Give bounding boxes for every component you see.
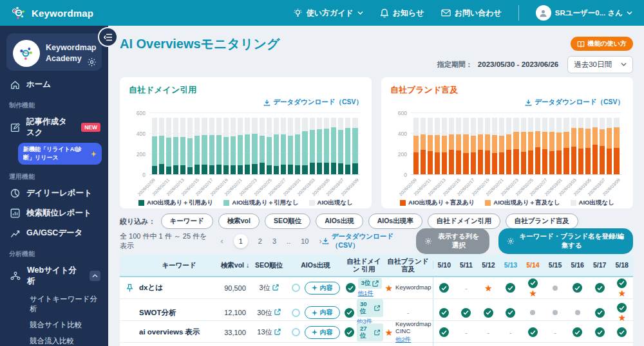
sidebar-subitem[interactable]: 競合サイト比較 [0,317,108,333]
bar [180,113,185,174]
sidebar-item[interactable]: Webサイト分析 [0,260,108,291]
bar [159,113,164,174]
date-column-header[interactable]: 5/14 [522,261,544,269]
nav-news[interactable]: お知らせ [380,8,424,19]
bar-segment [478,118,483,134]
pin-cell[interactable] [120,277,139,298]
filter-chip[interactable]: SEO順位 [265,214,310,229]
domain-rank-badge[interactable]: 3位 [358,278,383,289]
filter-chip[interactable]: 検索vol [218,214,260,229]
filter-chip[interactable]: キーワード [161,214,213,229]
bar [173,113,178,174]
seo-rank-cell: 3位 [251,277,287,298]
page-number[interactable]: 10 [301,237,308,245]
table-download-csv-link[interactable]: データダウンロード（CSV） [322,232,407,250]
bar-segment [267,165,272,174]
nav-contact[interactable]: お問い合わせ [441,8,502,19]
bar [535,113,540,174]
date-column-header[interactable]: 5/10 [433,261,455,269]
column-header[interactable]: 自社ドメイン 引用 [345,257,383,273]
bar-segment [607,118,612,128]
sidebar-subitem[interactable]: 競合流入比較 [0,333,108,346]
register-keywords-button[interactable]: キーワード・ブランド名を登録/編集する [498,228,633,254]
external-link-icon[interactable] [274,329,281,336]
bar-segment [585,118,591,129]
domain-rank-badge[interactable]: 30位 [357,299,383,317]
sidebar-account-card[interactable]: Keywordmap Academy [6,33,102,71]
filter-chip[interactable]: 自社ドメイン引用 [428,214,500,229]
account-settings-gear-icon[interactable] [87,57,97,67]
pin-cell[interactable] [120,321,139,344]
sidebar-item[interactable]: デイリーレポート [0,183,108,203]
page-number[interactable]: 1 [234,234,248,248]
date-column-header[interactable]: 5/16 [566,261,589,269]
day-status-cell: - [455,321,478,344]
app-logo[interactable]: Keywordmap [12,5,93,21]
sidebar-item[interactable]: 検索順位レポート [0,203,108,223]
edit-square-icon [10,123,20,132]
aio-content-button[interactable]: 内容 [305,326,340,339]
date-column-header[interactable]: 5/17 [589,261,611,269]
bar-segment [216,118,222,135]
date-column-header[interactable]: 5/11 [455,261,478,269]
user-menu[interactable]: SRユーザー0... さん [536,5,632,21]
chart-download-csv-link[interactable]: データダウンロード（CSV） [263,98,363,107]
filter-chip[interactable]: AIOs出現 [316,214,363,229]
bar-segment [352,128,357,163]
bar-segment [506,150,511,174]
prev-page-arrow[interactable]: ‹ [221,236,223,246]
bar-segment [238,165,243,174]
bar-segment [499,152,504,174]
page-number[interactable]: 2 [258,237,262,245]
aio-content-button[interactable]: 内容 [305,282,340,295]
brand-mention-cell: ★KeywordmapCINC他2件 [383,321,433,344]
sidebar-release-banner[interactable]: 新機能「リライトAI診断」リリース [18,143,102,165]
column-header[interactable]: 検索vol ↓ [219,261,251,269]
bar [252,113,257,174]
column-header[interactable]: キーワード [139,261,219,269]
domain-rank-badge[interactable]: 27位 [357,323,383,341]
sidebar-expand-toggle[interactable] [90,271,100,281]
bar [478,113,483,174]
bar-segment [513,132,518,149]
external-link-icon[interactable] [274,309,281,316]
column-header[interactable]: AIOs出現 [287,261,345,269]
date-column-header[interactable]: 5/15 [544,261,567,269]
column-header[interactable]: SEO順位 [251,261,287,269]
bar [209,113,214,174]
sidebar-subitem[interactable]: サイトキーワード分析 [0,291,108,317]
bar-segment [571,147,576,174]
date-column-header[interactable]: 5/12 [477,261,500,269]
nav-guide[interactable]: 使い方ガイド [293,8,363,19]
sidebar-item[interactable]: 記事作成タスクNEW [0,112,108,143]
sidebar-collapse-button[interactable] [99,28,117,46]
bell-icon [380,8,389,18]
chart-download-csv-link[interactable]: データダウンロード（CSV） [525,98,624,107]
bar-segment [288,118,293,136]
column-header[interactable]: 自社ブランド言及 [383,257,433,273]
filter-chip[interactable]: 自社ブランド言及 [506,214,578,229]
no-aio-dot-icon [553,286,558,291]
domain-more-link[interactable]: 他1件 [358,289,374,298]
results-toolbar: 全 100 件中 1 件 ～ 25 件を表示 ‹123..10› データダウンロ… [120,232,633,250]
sidebar-item[interactable]: ホーム [0,75,108,95]
date-column-header[interactable]: 5/18 [611,261,633,269]
aio-content-button[interactable]: 内容 [305,306,340,319]
period-select[interactable]: 過去30日間 [567,56,633,73]
domain-citation-cell: 27位 [345,321,383,344]
day-status-cell [500,277,522,298]
bar-segment [317,118,322,129]
page-number[interactable]: .. [287,237,290,245]
legend-item: AIO出現なし [309,199,353,207]
filter-chip[interactable]: AIOs出現率 [368,214,422,229]
pin-cell[interactable] [120,343,139,346]
select-columns-button[interactable]: 表示する列を選択 [416,228,489,254]
help-badge[interactable]: 機能の使い方 [571,37,633,51]
sidebar-item[interactable]: GA/GSCデータ [0,223,108,243]
date-column-header[interactable]: 5/13 [500,261,522,269]
external-link-icon[interactable] [272,284,279,292]
bar [421,113,426,174]
page-number[interactable]: 3 [272,237,276,245]
day-status-cell [522,321,544,344]
bar-segment [302,118,307,131]
